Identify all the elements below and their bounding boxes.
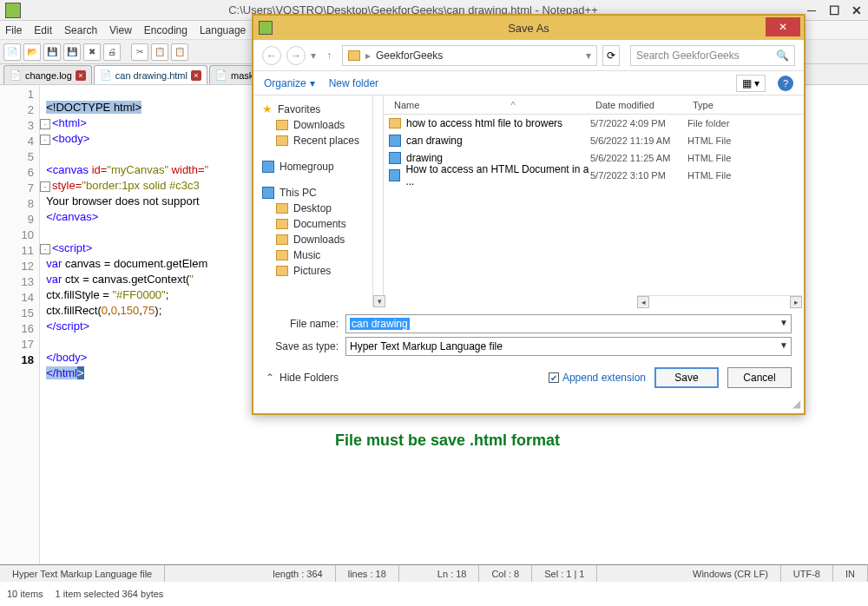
col-type[interactable]: Type [687, 100, 757, 110]
file-header: Name ^ Date modified Type [384, 96, 804, 115]
dialog-titlebar: Save As ✕ [253, 16, 804, 40]
dialog-title: Save As [253, 22, 804, 35]
nav-downloads[interactable]: Downloads [253, 117, 372, 133]
address-bar[interactable]: ▸ GeekforGeeks ▾ [342, 45, 597, 66]
savetype-select[interactable]: Hyper Text Markup Language file▼ [345, 337, 792, 356]
status-sel: Sel : 1 | 1 [532, 565, 597, 582]
new-folder-button[interactable]: New folder [329, 77, 378, 89]
nav-music[interactable]: Music [253, 247, 372, 263]
folder-icon [276, 250, 288, 260]
h-scrollbar[interactable]: ◂▸ [637, 295, 802, 307]
help-icon[interactable]: ? [778, 76, 793, 91]
organize-button[interactable]: Organize ▾ [264, 77, 315, 89]
toolbar-saveall-icon[interactable]: 💾 [63, 43, 81, 61]
filename-input[interactable]: can drawing▼ [345, 314, 792, 333]
nav-recent[interactable]: Recent places [253, 133, 372, 148]
search-icon: 🔍 [776, 49, 789, 62]
nav-documents[interactable]: Documents [253, 216, 372, 232]
tab-close-icon[interactable]: × [191, 70, 201, 81]
html-icon [389, 135, 401, 147]
annotation-text: File must be save .html format [335, 431, 560, 450]
toolbar-copy-icon[interactable]: 📋 [151, 43, 168, 61]
tab-can-drawing[interactable]: 📄can drawing.html× [94, 65, 207, 84]
maximize-button[interactable]: ☐ [823, 2, 845, 19]
line-gutter: 123456789101112131415161718 [0, 85, 40, 566]
folder-icon [389, 118, 401, 128]
folder-icon [276, 234, 288, 245]
menu-search[interactable]: Search [64, 24, 97, 36]
save-button[interactable]: Save [654, 367, 719, 388]
nav-downloads2[interactable]: Downloads [253, 232, 372, 247]
status-lang: Hyper Text Markup Language file [0, 565, 165, 582]
toolbar-close-icon[interactable]: ✖ [83, 43, 101, 61]
homegroup-icon [262, 161, 274, 173]
dialog-nav: ← → ▾ ↑ ▸ GeekforGeeks ▾ ⟳ Search Geekfo… [253, 40, 804, 71]
view-button[interactable]: ▦ ▾ [736, 75, 766, 92]
status-ins: IN [833, 565, 868, 582]
star-icon: ★ [262, 102, 273, 115]
dialog-toolbar: Organize ▾ New folder ▦ ▾ ? [253, 71, 804, 96]
file-row[interactable]: How to access an HTML Document in a ...5… [384, 167, 804, 184]
favorites-group[interactable]: ★Favorites [253, 99, 372, 117]
app-icon [5, 3, 21, 18]
status-ln: Ln : 18 [425, 565, 480, 582]
savetype-label: Save as type: [266, 340, 339, 352]
tab-changelog[interactable]: 📄change.log× [3, 65, 92, 84]
folder-icon [276, 120, 288, 130]
dialog-close-button[interactable]: ✕ [766, 17, 800, 36]
toolbar-new-icon[interactable]: 📄 [3, 43, 21, 61]
status-col: Col : 8 [479, 565, 532, 582]
homegroup[interactable]: Homegroup [253, 157, 372, 175]
status-eol: Windows (CR LF) [681, 565, 781, 582]
menu-file[interactable]: File [5, 24, 22, 36]
status-selected: 1 item selected 364 bytes [56, 589, 164, 599]
hide-folders-button[interactable]: ⌃Hide Folders [266, 372, 339, 384]
folder-icon [276, 266, 288, 276]
close-button[interactable]: ✕ [845, 2, 868, 19]
nav-scrollbar[interactable]: ▾ [373, 96, 384, 307]
menu-encoding[interactable]: Encoding [144, 24, 187, 36]
status-length: length : 364 [260, 565, 336, 582]
file-row[interactable]: how to access html file to browers5/7/20… [384, 115, 804, 132]
dialog-footer: ⌃Hide Folders ✔ Append extension Save Ca… [253, 358, 804, 398]
explorer-status: 10 items 1 item selected 364 bytes [7, 589, 163, 599]
file-row[interactable]: can drawing5/6/2022 11:19 AMHTML File [384, 132, 804, 149]
append-ext-label: Append extension [562, 372, 646, 384]
folder-icon [276, 219, 288, 229]
folder-icon [276, 203, 288, 214]
toolbar-open-icon[interactable]: 📂 [23, 43, 41, 61]
col-date[interactable]: Date modified [590, 100, 687, 110]
this-pc[interactable]: This PC [253, 183, 372, 201]
append-ext-checkbox[interactable]: ✔ [549, 372, 559, 383]
breadcrumb-folder[interactable]: GeekforGeeks [376, 49, 443, 62]
menu-language[interactable]: Language [200, 24, 246, 36]
up-button[interactable]: ↑ [326, 49, 332, 62]
toolbar-save-icon[interactable]: 💾 [43, 43, 61, 61]
toolbar-cut-icon[interactable]: ✂ [131, 43, 148, 61]
nav-pictures[interactable]: Pictures [253, 263, 372, 279]
back-button[interactable]: ← [262, 46, 281, 65]
tab-close-icon[interactable]: × [76, 70, 86, 81]
search-placeholder: Search GeekforGeeks [636, 49, 740, 62]
forward-button[interactable]: → [286, 46, 306, 65]
toolbar-print-icon[interactable]: 🖨 [103, 43, 121, 61]
nav-desktop[interactable]: Desktop [253, 201, 372, 216]
toolbar-paste-icon[interactable]: 📋 [171, 43, 188, 61]
folder-icon [348, 50, 360, 61]
menu-view[interactable]: View [109, 24, 132, 36]
col-name[interactable]: Name ^ [384, 100, 590, 110]
resize-grip-icon[interactable]: ◢ [792, 398, 800, 410]
html-icon [389, 152, 401, 164]
dialog-body: ★Favorites Downloads Recent places Homeg… [253, 96, 804, 307]
status-enc: UTF-8 [781, 565, 833, 582]
nav-panel: ★Favorites Downloads Recent places Homeg… [253, 96, 373, 307]
search-box[interactable]: Search GeekforGeeks 🔍 [630, 45, 795, 66]
save-as-dialog: Save As ✕ ← → ▾ ↑ ▸ GeekforGeeks ▾ ⟳ Sea… [252, 14, 806, 415]
status-items: 10 items [7, 589, 43, 599]
folder-icon [276, 135, 288, 146]
refresh-button[interactable]: ⟳ [602, 45, 620, 66]
menu-edit[interactable]: Edit [34, 24, 52, 36]
recent-button[interactable]: ▾ [311, 49, 316, 62]
cancel-button[interactable]: Cancel [727, 367, 792, 388]
html-icon [389, 169, 400, 181]
